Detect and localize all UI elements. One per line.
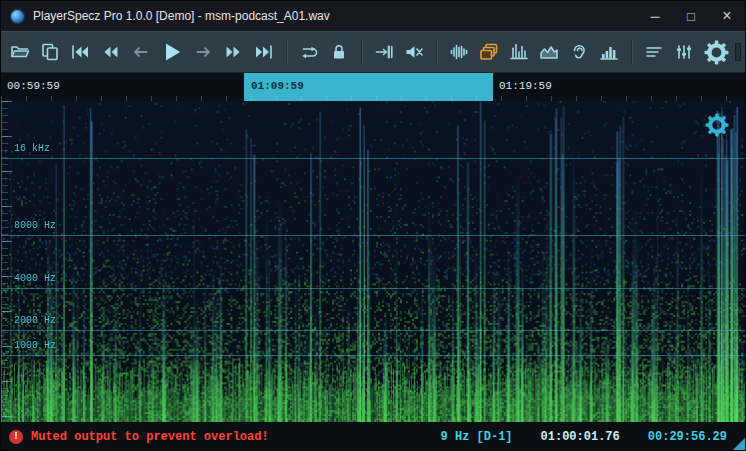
fast-forward-button[interactable]: [223, 41, 245, 63]
arrow-right-icon: [194, 42, 214, 62]
copy-files-icon: [40, 42, 60, 62]
ruler-end-label: 01:19:59: [499, 80, 552, 92]
mixer-button[interactable]: [673, 41, 695, 63]
settings-button[interactable]: [703, 39, 730, 66]
open-file-button[interactable]: [9, 41, 31, 63]
spectrogram-settings-button[interactable]: [705, 113, 729, 137]
skip-to-start-icon: [70, 42, 90, 62]
goto-marker-button[interactable]: [373, 41, 395, 63]
open-folder-icon: [10, 42, 30, 62]
play-icon: [160, 40, 184, 64]
toolbar: [1, 31, 745, 73]
status-readouts: 9 Hz [D-1] 01:00:01.76 00:29:56.29: [441, 430, 727, 444]
arrow-left-icon: [130, 42, 150, 62]
gear-icon: [705, 113, 729, 137]
histogram-view-button[interactable]: [598, 41, 620, 63]
listen-monitor-button[interactable]: [568, 41, 590, 63]
close-button[interactable]: ×: [709, 1, 745, 31]
toolbar-separator: [286, 40, 287, 64]
import-session-button[interactable]: [39, 41, 61, 63]
lock-icon: [329, 42, 349, 62]
step-forward-button[interactable]: [193, 41, 215, 63]
spectrogram-view: 16 kHz 8000 Hz 4000 Hz 2000 Hz 1000 Hz: [1, 101, 745, 422]
mute-button[interactable]: [403, 41, 425, 63]
histogram-icon: [599, 42, 619, 62]
lock-button[interactable]: [328, 41, 350, 63]
app-window: PlayerSpecz Pro 1.0.0 [Demo] - msm-podca…: [0, 0, 746, 451]
warning-icon: !: [9, 430, 23, 444]
fast-forward-icon: [224, 42, 244, 62]
maximize-button[interactable]: □: [673, 1, 709, 31]
area-graph-view-button[interactable]: [538, 41, 560, 63]
ear-icon: [569, 42, 589, 62]
minimize-button[interactable]: ─: [637, 1, 673, 31]
spectrum-peaks-view-button[interactable]: [508, 41, 530, 63]
waveform-view-button[interactable]: [448, 41, 470, 63]
resize-grip[interactable]: [733, 438, 745, 450]
gear-icon: [704, 40, 729, 65]
loop-button[interactable]: [298, 41, 320, 63]
toolbar-separator: [361, 40, 362, 64]
current-time-readout: 01:00:01.76: [541, 430, 620, 444]
view-options-button[interactable]: [643, 41, 665, 63]
play-button[interactable]: [159, 39, 185, 65]
skip-to-end-icon: [254, 42, 274, 62]
ruler-start-label: 00:59:59: [7, 80, 60, 92]
skip-to-end-button[interactable]: [253, 41, 275, 63]
layered-windows-icon: [479, 42, 499, 62]
spectrogram-canvas[interactable]: [1, 101, 745, 422]
spectrum-peaks-icon: [509, 42, 529, 62]
app-logo-icon: [10, 9, 25, 24]
skip-to-start-button[interactable]: [69, 41, 91, 63]
status-bar: ! Muted output to prevent overload! 9 Hz…: [1, 422, 745, 450]
muted-speaker-icon: [404, 42, 424, 62]
toolbar-separator: [631, 40, 632, 64]
status-warning-text: Muted output to prevent overload!: [31, 430, 269, 444]
frequency-readout: 9 Hz [D-1]: [441, 430, 513, 444]
loop-icon: [299, 42, 319, 62]
rewind-button[interactable]: [99, 41, 121, 63]
goto-marker-icon: [374, 42, 394, 62]
remaining-time-readout: 00:29:56.29: [648, 430, 727, 444]
window-title: PlayerSpecz Pro 1.0.0 [Demo] - msm-podca…: [33, 9, 330, 23]
rewind-icon: [100, 42, 120, 62]
sliders-icon: [674, 42, 694, 62]
step-back-button[interactable]: [129, 41, 151, 63]
layers-view-button[interactable]: [478, 41, 500, 63]
window-controls: ─ □ ×: [637, 1, 745, 31]
time-ruler[interactable]: 00:59:59 01:09:59 01:19:59: [1, 73, 745, 101]
ruler-selection-label: 01:09:59: [251, 80, 304, 92]
title-bar[interactable]: PlayerSpecz Pro 1.0.0 [Demo] - msm-podca…: [1, 1, 745, 31]
waveform-icon: [449, 42, 469, 62]
area-graph-icon: [539, 42, 559, 62]
toolbar-separator: [436, 40, 437, 64]
menu-lines-icon: [644, 42, 664, 62]
